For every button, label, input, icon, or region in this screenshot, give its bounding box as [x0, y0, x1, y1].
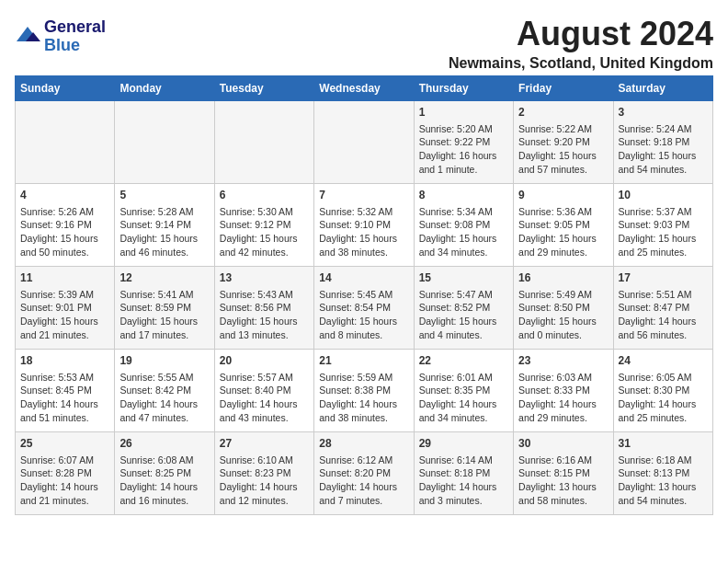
table-row: [314, 101, 414, 184]
day-number: 18: [20, 353, 109, 369]
daylight-info: Daylight: 14 hours: [220, 397, 309, 411]
sunrise-info: Sunrise: 6:08 AM: [119, 454, 209, 467]
table-row: 30Sunrise: 6:16 AMSunset: 8:15 PMDayligh…: [514, 432, 613, 515]
sunset-info: Sunset: 8:35 PM: [419, 384, 508, 397]
daylight-continuation: and 46 minutes.: [119, 246, 209, 259]
daylight-continuation: and 21 minutes.: [20, 328, 109, 342]
sunset-info: Sunset: 9:20 PM: [518, 135, 608, 149]
day-number: 4: [20, 188, 109, 203]
sunset-info: Sunset: 8:42 PM: [119, 384, 209, 397]
day-number: 29: [419, 436, 508, 452]
table-row: 3Sunrise: 5:24 AMSunset: 9:18 PMDaylight…: [613, 101, 712, 184]
daylight-continuation: and 17 minutes.: [119, 328, 209, 342]
daylight-info: Daylight: 14 hours: [319, 480, 408, 494]
day-number: 14: [319, 270, 408, 286]
day-number: 5: [119, 188, 209, 203]
daylight-continuation: and 3 minutes.: [419, 494, 508, 508]
sunset-info: Sunset: 8:20 PM: [319, 466, 408, 480]
sunrise-info: Sunrise: 5:34 AM: [419, 205, 508, 219]
day-number: 6: [220, 188, 309, 203]
table-row: 7Sunrise: 5:32 AMSunset: 9:10 PMDaylight…: [314, 184, 414, 267]
sunrise-info: Sunrise: 5:43 AM: [220, 288, 309, 302]
daylight-info: Daylight: 14 hours: [20, 480, 109, 494]
daylight-info: Daylight: 15 hours: [319, 315, 408, 328]
table-row: 21Sunrise: 5:59 AMSunset: 8:38 PMDayligh…: [314, 350, 414, 432]
sunrise-info: Sunrise: 5:45 AM: [319, 288, 408, 302]
daylight-info: Daylight: 15 hours: [220, 315, 309, 328]
sunrise-info: Sunrise: 5:37 AM: [619, 205, 708, 219]
col-monday: Monday: [115, 76, 214, 101]
day-number: 26: [119, 436, 209, 452]
day-number: 25: [20, 436, 109, 452]
table-row: 2Sunrise: 5:22 AMSunset: 9:20 PMDaylight…: [514, 101, 613, 184]
daylight-continuation: and 50 minutes.: [20, 246, 109, 259]
day-number: 24: [619, 353, 708, 369]
sunrise-info: Sunrise: 5:32 AM: [319, 205, 408, 219]
day-number: 23: [518, 353, 608, 369]
daylight-continuation: and 47 minutes.: [119, 411, 209, 425]
table-row: 31Sunrise: 6:18 AMSunset: 8:13 PMDayligh…: [613, 432, 712, 515]
daylight-continuation: and 12 minutes.: [220, 494, 309, 508]
sunset-info: Sunset: 8:45 PM: [20, 384, 109, 397]
day-number: 10: [619, 188, 708, 203]
table-row: 4Sunrise: 5:26 AMSunset: 9:16 PMDaylight…: [16, 184, 115, 267]
sunset-info: Sunset: 8:25 PM: [119, 466, 209, 480]
col-tuesday: Tuesday: [214, 76, 313, 101]
calendar-week-row: 18Sunrise: 5:53 AMSunset: 8:45 PMDayligh…: [16, 350, 713, 432]
daylight-continuation: and 54 minutes.: [619, 163, 708, 177]
table-row: 1Sunrise: 5:20 AMSunset: 9:22 PMDaylight…: [414, 101, 513, 184]
table-row: 29Sunrise: 6:14 AMSunset: 8:18 PMDayligh…: [414, 432, 513, 515]
sunset-info: Sunset: 9:08 PM: [419, 218, 508, 232]
daylight-info: Daylight: 14 hours: [119, 397, 209, 411]
day-number: 30: [518, 436, 608, 452]
subtitle: Newmains, Scotland, United Kingdom: [449, 55, 713, 72]
sunrise-info: Sunrise: 5:41 AM: [119, 288, 209, 302]
sunrise-info: Sunrise: 6:01 AM: [419, 371, 508, 385]
sunrise-info: Sunrise: 6:05 AM: [619, 371, 708, 385]
table-row: [115, 101, 214, 184]
sunrise-info: Sunrise: 6:18 AM: [619, 454, 708, 467]
table-row: 28Sunrise: 6:12 AMSunset: 8:20 PMDayligh…: [314, 432, 414, 515]
table-row: 24Sunrise: 6:05 AMSunset: 8:30 PMDayligh…: [613, 350, 712, 432]
daylight-continuation: and 38 minutes.: [319, 411, 408, 425]
day-number: 20: [220, 353, 309, 369]
sunset-info: Sunset: 8:54 PM: [319, 301, 408, 315]
daylight-info: Daylight: 15 hours: [119, 232, 209, 246]
table-row: 6Sunrise: 5:30 AMSunset: 9:12 PMDaylight…: [214, 184, 313, 267]
daylight-info: Daylight: 15 hours: [518, 149, 608, 163]
table-row: 26Sunrise: 6:08 AMSunset: 8:25 PMDayligh…: [115, 432, 214, 515]
table-row: 12Sunrise: 5:41 AMSunset: 8:59 PMDayligh…: [115, 267, 214, 350]
sunset-info: Sunset: 8:18 PM: [419, 466, 508, 480]
col-friday: Friday: [514, 76, 613, 101]
day-number: 9: [518, 188, 608, 203]
sunset-info: Sunset: 9:12 PM: [220, 218, 309, 232]
sunset-info: Sunset: 9:10 PM: [319, 218, 408, 232]
daylight-info: Daylight: 13 hours: [518, 480, 608, 494]
daylight-info: Daylight: 14 hours: [419, 397, 508, 411]
daylight-continuation: and 29 minutes.: [518, 411, 608, 425]
daylight-info: Daylight: 15 hours: [20, 232, 109, 246]
sunrise-info: Sunrise: 5:55 AM: [119, 371, 209, 385]
daylight-continuation: and 0 minutes.: [518, 328, 608, 342]
daylight-continuation: and 1 minute.: [419, 163, 508, 177]
day-number: 8: [419, 188, 508, 203]
sunset-info: Sunset: 9:03 PM: [619, 218, 708, 232]
day-number: 31: [619, 436, 708, 452]
day-number: 19: [119, 353, 209, 369]
sunrise-info: Sunrise: 6:10 AM: [220, 454, 309, 467]
sunrise-info: Sunrise: 5:28 AM: [119, 205, 209, 219]
daylight-info: Daylight: 14 hours: [419, 480, 508, 494]
daylight-continuation: and 29 minutes.: [518, 246, 608, 259]
daylight-info: Daylight: 14 hours: [619, 397, 708, 411]
daylight-continuation: and 51 minutes.: [20, 411, 109, 425]
sunset-info: Sunset: 8:56 PM: [220, 301, 309, 315]
sunset-info: Sunset: 9:05 PM: [518, 218, 608, 232]
sunrise-info: Sunrise: 5:24 AM: [619, 122, 708, 136]
daylight-info: Daylight: 14 hours: [319, 397, 408, 411]
sunrise-info: Sunrise: 5:53 AM: [20, 371, 109, 385]
day-number: 21: [319, 353, 408, 369]
main-title: August 2024: [449, 15, 713, 53]
sunset-info: Sunset: 9:16 PM: [20, 218, 109, 232]
sunrise-info: Sunrise: 5:39 AM: [20, 288, 109, 302]
sunrise-info: Sunrise: 5:20 AM: [419, 122, 508, 136]
